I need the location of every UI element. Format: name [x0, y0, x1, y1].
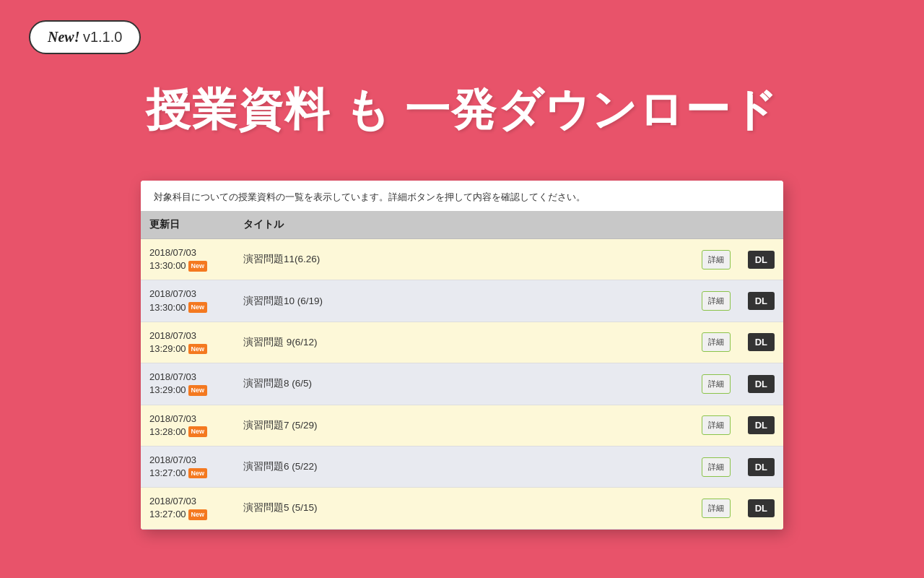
table-row: 2018/07/03 13:29:00 New 演習問題8 (6/5)詳細DL [141, 363, 783, 405]
download-button[interactable]: DL [748, 251, 775, 269]
time-value: 13:27:00 [149, 508, 186, 521]
title-cell: 演習問題7 (5/29) [235, 405, 693, 446]
title-cell: 演習問題8 (6/5) [235, 363, 693, 405]
date-value: 2018/07/03 [149, 454, 226, 467]
col-header-detail [693, 211, 739, 239]
new-tag: New [188, 426, 208, 437]
time-value: 13:29:00 [149, 384, 186, 397]
version-label: v1.1.0 [83, 29, 122, 45]
detail-cell: 詳細 [693, 239, 739, 280]
col-header-date: 更新日 [141, 211, 235, 239]
materials-table: 更新日 タイトル 2018/07/03 13:30:00 New 演習問題11(… [141, 211, 783, 530]
table-row: 2018/07/03 13:28:00 New 演習問題7 (5/29)詳細DL [141, 405, 783, 446]
new-tag: New [188, 344, 208, 355]
dl-cell: DL [739, 363, 783, 405]
table-row: 2018/07/03 13:30:00 New 演習問題11(6.26)詳細DL [141, 239, 783, 280]
col-header-title: タイトル [235, 211, 693, 239]
time-value: 13:28:00 [149, 426, 186, 439]
main-headline: 授業資料 も 一発ダウンロード [0, 79, 924, 140]
date-cell: 2018/07/03 13:29:00 New [141, 322, 235, 363]
dl-cell: DL [739, 322, 783, 363]
detail-cell: 詳細 [693, 405, 739, 446]
detail-button[interactable]: 詳細 [702, 250, 731, 269]
date-cell: 2018/07/03 13:27:00 New [141, 488, 235, 529]
title-cell: 演習問題 9(6/12) [235, 322, 693, 363]
date-cell: 2018/07/03 13:28:00 New [141, 405, 235, 446]
title-cell: 演習問題6 (5/22) [235, 446, 693, 487]
time-value: 13:30:00 [149, 301, 186, 314]
title-cell: 演習問題11(6.26) [235, 239, 693, 280]
detail-button[interactable]: 詳細 [702, 374, 731, 394]
detail-cell: 詳細 [693, 488, 739, 529]
detail-cell: 詳細 [693, 322, 739, 363]
download-button[interactable]: DL [748, 333, 775, 351]
detail-button[interactable]: 詳細 [702, 415, 731, 435]
download-button[interactable]: DL [748, 375, 775, 393]
date-value: 2018/07/03 [149, 371, 226, 384]
download-button[interactable]: DL [748, 416, 775, 434]
new-label: New! [48, 29, 79, 45]
dl-cell: DL [739, 239, 783, 280]
date-value: 2018/07/03 [149, 413, 226, 426]
download-button[interactable]: DL [748, 458, 775, 476]
detail-cell: 詳細 [693, 280, 739, 322]
time-value: 13:27:00 [149, 467, 186, 480]
title-cell: 演習問題10 (6/19) [235, 280, 693, 322]
date-cell: 2018/07/03 13:29:00 New [141, 363, 235, 405]
table-header-row: 更新日 タイトル [141, 211, 783, 239]
detail-cell: 詳細 [693, 363, 739, 405]
new-tag: New [188, 509, 208, 520]
new-badge: New! v1.1.0 [29, 20, 141, 54]
detail-button[interactable]: 詳細 [702, 499, 731, 518]
time-value: 13:30:00 [149, 259, 186, 272]
new-tag: New [188, 385, 208, 396]
date-value: 2018/07/03 [149, 329, 226, 342]
table-row: 2018/07/03 13:27:00 New 演習問題6 (5/22)詳細DL [141, 446, 783, 487]
dl-cell: DL [739, 488, 783, 529]
col-header-dl [739, 211, 783, 239]
time-value: 13:29:00 [149, 342, 186, 355]
detail-button[interactable]: 詳細 [702, 332, 731, 352]
dl-cell: DL [739, 280, 783, 322]
download-button[interactable]: DL [748, 499, 775, 517]
date-cell: 2018/07/03 13:27:00 New [141, 446, 235, 487]
table-description: 対象科目についての授業資料の一覧を表示しています。詳細ボタンを押して内容を確認し… [141, 181, 783, 211]
new-tag: New [188, 261, 208, 272]
table-row: 2018/07/03 13:27:00 New 演習問題5 (5/15)詳細DL [141, 488, 783, 529]
table-row: 2018/07/03 13:30:00 New 演習問題10 (6/19)詳細D… [141, 280, 783, 322]
table-row: 2018/07/03 13:29:00 New 演習問題 9(6/12)詳細DL [141, 322, 783, 363]
date-value: 2018/07/03 [149, 288, 226, 301]
download-button[interactable]: DL [748, 292, 775, 310]
dl-cell: DL [739, 446, 783, 487]
new-tag: New [188, 302, 208, 313]
detail-button[interactable]: 詳細 [702, 291, 731, 311]
date-value: 2018/07/03 [149, 246, 226, 259]
new-tag: New [188, 468, 208, 479]
detail-cell: 詳細 [693, 446, 739, 487]
dl-cell: DL [739, 405, 783, 446]
content-panel: 対象科目についての授業資料の一覧を表示しています。詳細ボタンを押して内容を確認し… [141, 181, 783, 530]
date-value: 2018/07/03 [149, 495, 226, 508]
date-cell: 2018/07/03 13:30:00 New [141, 239, 235, 280]
date-cell: 2018/07/03 13:30:00 New [141, 280, 235, 322]
title-cell: 演習問題5 (5/15) [235, 488, 693, 529]
detail-button[interactable]: 詳細 [702, 457, 731, 477]
